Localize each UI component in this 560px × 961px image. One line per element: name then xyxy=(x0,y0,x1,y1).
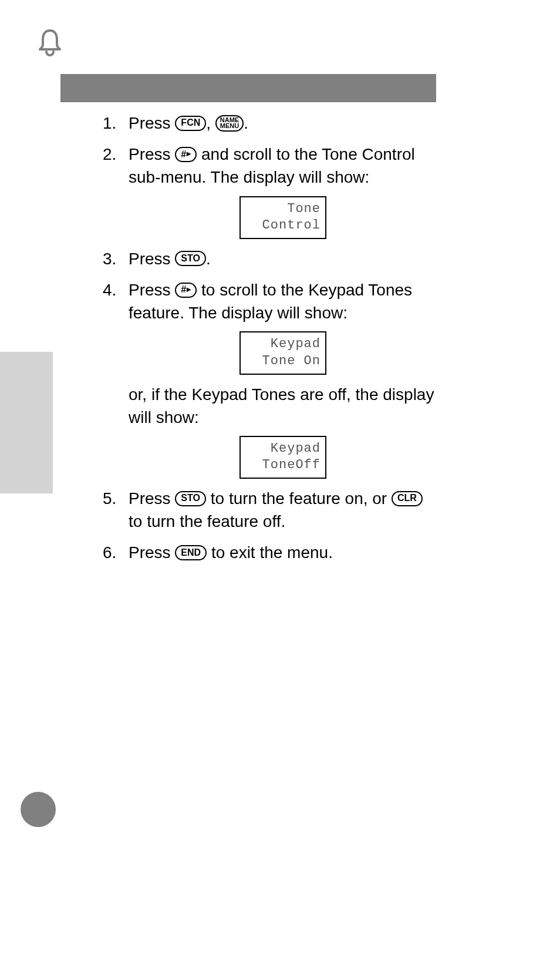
key-fcn: FCN xyxy=(175,116,206,131)
step-text: to exit the menu. xyxy=(211,543,333,562)
step-text: to turn the feature off. xyxy=(129,512,285,530)
step-2: Press # and scroll to the Tone Control s… xyxy=(103,143,437,239)
step-text: Press xyxy=(129,543,175,562)
display-tone-control: Tone Control xyxy=(239,196,326,239)
display-line: Keypad xyxy=(245,336,321,353)
step-text: to turn the feature on, or xyxy=(211,489,392,508)
step-text: , xyxy=(206,114,215,132)
key-sto: STO xyxy=(175,491,206,506)
step-1: Press FCN, NAME MENU . xyxy=(103,112,437,135)
key-sto: STO xyxy=(175,251,206,266)
bell-icon xyxy=(36,28,63,58)
step-text: Press xyxy=(129,145,175,163)
step-5: Press STO to turn the feature on, or CLR… xyxy=(103,487,437,533)
key-hash: # xyxy=(175,147,197,162)
step-text: . xyxy=(244,114,248,132)
step-text: . xyxy=(206,250,211,268)
display-line: Tone On xyxy=(245,353,321,370)
instructions-content: Press FCN, NAME MENU . Press # and scrol… xyxy=(103,112,437,573)
step-6: Press END to exit the menu. xyxy=(103,541,437,564)
display-line: Control xyxy=(245,217,321,234)
step-text: Press xyxy=(129,489,175,508)
display-keypad-off: Keypad ToneOff xyxy=(239,436,326,479)
display-line: Keypad xyxy=(245,441,321,458)
page-marker xyxy=(21,792,56,827)
step-4: Press # to scroll to the Keypad Tones fe… xyxy=(103,278,437,479)
step-text: Press xyxy=(129,250,175,268)
step-text: Press xyxy=(129,114,175,132)
key-clr: CLR xyxy=(392,491,423,506)
header-bar xyxy=(60,74,436,102)
key-name-bottom: MENU xyxy=(220,123,239,129)
step-3: Press STO. xyxy=(103,247,437,270)
display-keypad-on: Keypad Tone On xyxy=(239,331,326,374)
step-text: or, if the Keypad Tones are off, the dis… xyxy=(129,385,434,426)
key-end: END xyxy=(175,545,207,560)
display-line: Tone xyxy=(245,201,321,218)
step-text: Press xyxy=(129,281,175,299)
key-name-menu: NAME MENU xyxy=(215,115,244,132)
side-tab xyxy=(0,352,53,493)
display-line: ToneOff xyxy=(245,457,321,474)
key-hash: # xyxy=(175,283,197,298)
